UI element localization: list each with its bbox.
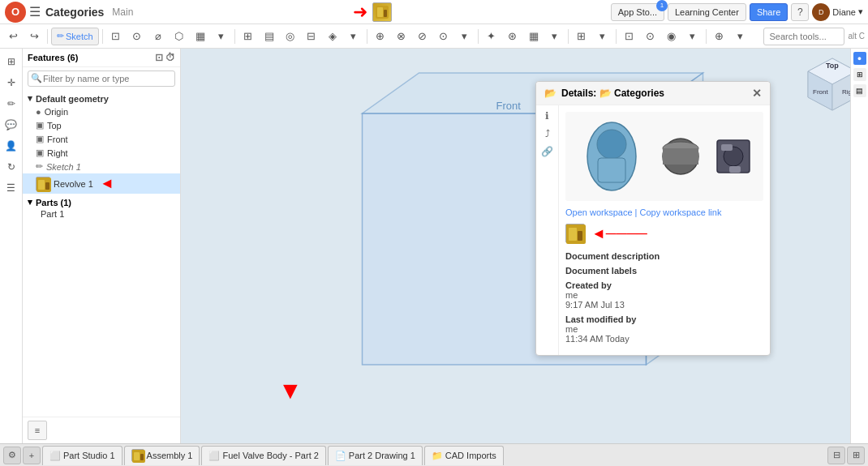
tool-24[interactable]: ⊡ xyxy=(620,27,639,46)
doc-labels-label: Document labels xyxy=(565,266,763,276)
tree-item-revolve1[interactable]: Revolve 1 ◄ ──────── xyxy=(23,173,180,194)
left-icon-plus[interactable]: ✛ xyxy=(2,73,21,92)
tab-fuel-valve[interactable]: ⬜ Fuel Valve Body - Part 2 xyxy=(201,446,325,465)
details-icon: 📂 xyxy=(544,88,556,99)
tool-7[interactable]: ⊞ xyxy=(238,27,258,46)
part1-item[interactable]: Part 1 xyxy=(28,207,175,220)
tab-add-button[interactable]: + xyxy=(23,447,41,464)
tab-part-studio-1[interactable]: ⬜ Part Studio 1 xyxy=(42,446,122,465)
tool-22[interactable]: ⊞ xyxy=(572,27,591,46)
tool-26[interactable]: ◉ xyxy=(662,27,681,46)
red-arrow-revolve: ◄ xyxy=(100,175,114,192)
zoom-out-button[interactable]: ⊟ xyxy=(827,447,845,464)
features-title: Features (6) xyxy=(28,53,78,62)
tool-18[interactable]: ✦ xyxy=(482,27,501,46)
tool-28[interactable]: ⊕ xyxy=(710,27,729,46)
feature-filter-icon[interactable]: ⊡ xyxy=(155,52,163,63)
tool-9[interactable]: ◎ xyxy=(281,27,300,46)
tool-21[interactable]: ▾ xyxy=(545,27,565,46)
onshape-logo[interactable]: O xyxy=(5,2,26,23)
learning-center-button[interactable]: Learning Center xyxy=(668,3,746,21)
right-icon-1[interactable]: ● xyxy=(853,52,866,65)
tree-item-sketch1[interactable]: ✏ Sketch 1 xyxy=(23,160,180,173)
toolbar-sep-2 xyxy=(102,29,103,44)
tool-23[interactable]: ▾ xyxy=(593,27,612,46)
details-link-icon[interactable]: 🔗 xyxy=(541,146,553,157)
tool-1[interactable]: ⊡ xyxy=(106,27,126,46)
tab-part-studio-label: Part Studio 1 xyxy=(63,451,115,460)
tool-8[interactable]: ▤ xyxy=(260,27,279,46)
canvas-area[interactable]: Front Top Right ▼ 📂 Details: 📂 Categorie… xyxy=(181,49,868,443)
feature-clock-icon[interactable]: ⏱ xyxy=(165,52,175,63)
hamburger-menu[interactable]: ☰ xyxy=(29,4,41,19)
sketch-button[interactable]: ✏ Sketch xyxy=(51,28,99,45)
right-icon-2[interactable]: ⊞ xyxy=(853,68,866,81)
svg-rect-5 xyxy=(45,182,49,190)
left-icon-list[interactable]: ☰ xyxy=(2,178,21,198)
tree-item-origin[interactable]: ● Origin xyxy=(23,105,180,118)
left-icon-bar: ⊞ ✛ ✏ 💬 👤 ↻ ☰ xyxy=(0,49,23,443)
tool-29[interactable]: ▾ xyxy=(731,27,750,46)
tool-3[interactable]: ⌀ xyxy=(148,27,168,46)
left-icon-comment[interactable]: 💬 xyxy=(2,115,21,135)
filter-input[interactable] xyxy=(28,71,175,87)
part-studio-icon: ⬜ xyxy=(49,451,61,461)
tool-12[interactable]: ▾ xyxy=(344,27,363,46)
tool-6[interactable]: ▾ xyxy=(212,27,231,46)
share-button[interactable]: Share xyxy=(750,3,788,21)
tool-27[interactable]: ▾ xyxy=(683,27,703,46)
tool-17[interactable]: ▾ xyxy=(455,27,475,46)
copy-workspace-link[interactable]: Copy workspace link xyxy=(640,207,722,217)
tool-4[interactable]: ⬡ xyxy=(170,27,189,46)
details-info-icon[interactable]: ℹ xyxy=(545,110,549,122)
left-icon-person[interactable]: 👤 xyxy=(2,136,21,156)
app-store-button[interactable]: App Sto... 1 xyxy=(611,3,664,21)
user-menu[interactable]: D Diane ▾ xyxy=(812,3,863,21)
feature-panel: Features (6) ⊡ ⏱ 🔍 ▾ Default geometry ● … xyxy=(23,49,181,443)
tool-15[interactable]: ⊘ xyxy=(413,27,432,46)
details-doc-labels-field[interactable]: Document labels xyxy=(565,266,763,276)
details-created-by-field: Created by me 9:17 AM Jul 13 xyxy=(565,280,763,310)
toolbar-sep-3 xyxy=(234,29,235,44)
doc-thumbnail-topbar[interactable] xyxy=(372,2,392,22)
details-doc-description-field[interactable]: Document description xyxy=(565,251,763,261)
list-view-button[interactable]: ≡ xyxy=(28,421,47,440)
tab-cad-imports-label: CAD Imports xyxy=(445,451,496,460)
right-icon-3[interactable]: ▤ xyxy=(853,84,866,97)
default-geometry-header[interactable]: ▾ Default geometry xyxy=(23,92,180,105)
details-close-button[interactable]: ✕ xyxy=(752,87,762,100)
tree-item-top[interactable]: ▣ Top xyxy=(23,118,180,132)
toolbar-sep-7 xyxy=(616,29,617,44)
tab-settings-button[interactable]: ⚙ xyxy=(3,447,21,464)
tool-25[interactable]: ⊙ xyxy=(641,27,660,46)
tool-19[interactable]: ⊛ xyxy=(503,27,522,46)
details-share-icon[interactable]: ⤴ xyxy=(545,128,550,139)
left-icon-refresh[interactable]: ↻ xyxy=(2,157,21,177)
tool-20[interactable]: ▦ xyxy=(524,27,544,46)
tool-14[interactable]: ⊗ xyxy=(392,27,411,46)
user-avatar: D xyxy=(812,3,830,21)
tool-11[interactable]: ◈ xyxy=(323,27,342,46)
open-workspace-link[interactable]: Open workspace xyxy=(565,207,633,217)
tool-5[interactable]: ▦ xyxy=(191,27,210,46)
tab-cad-imports[interactable]: 📁 CAD Imports xyxy=(424,446,504,465)
tool-16[interactable]: ⊙ xyxy=(434,27,453,46)
tool-13[interactable]: ⊕ xyxy=(371,27,390,46)
details-thumbnail-row: ◄──── xyxy=(565,224,763,243)
tab-assembly-1[interactable]: Assembly 1 xyxy=(124,446,200,465)
tool-10[interactable]: ⊟ xyxy=(302,27,321,46)
left-icon-pencil[interactable]: ✏ xyxy=(2,94,21,113)
tab-part2-drawing[interactable]: 📄 Part 2 Drawing 1 xyxy=(328,446,423,465)
undo-button[interactable]: ↩ xyxy=(3,27,23,46)
tree-item-right[interactable]: ▣ Right xyxy=(23,146,180,160)
svg-rect-4 xyxy=(38,180,45,190)
user-name: Diane xyxy=(832,7,856,17)
search-tools-input[interactable] xyxy=(763,28,844,45)
left-icon-grid[interactable]: ⊞ xyxy=(2,52,21,71)
tree-item-front[interactable]: ▣ Front xyxy=(23,132,180,146)
tool-2[interactable]: ⊙ xyxy=(127,27,147,46)
parts-header[interactable]: ▾ Parts (1) xyxy=(28,197,175,207)
zoom-in-button[interactable]: ⊞ xyxy=(847,447,865,464)
help-button[interactable]: ? xyxy=(791,3,809,21)
redo-button[interactable]: ↪ xyxy=(24,27,44,46)
